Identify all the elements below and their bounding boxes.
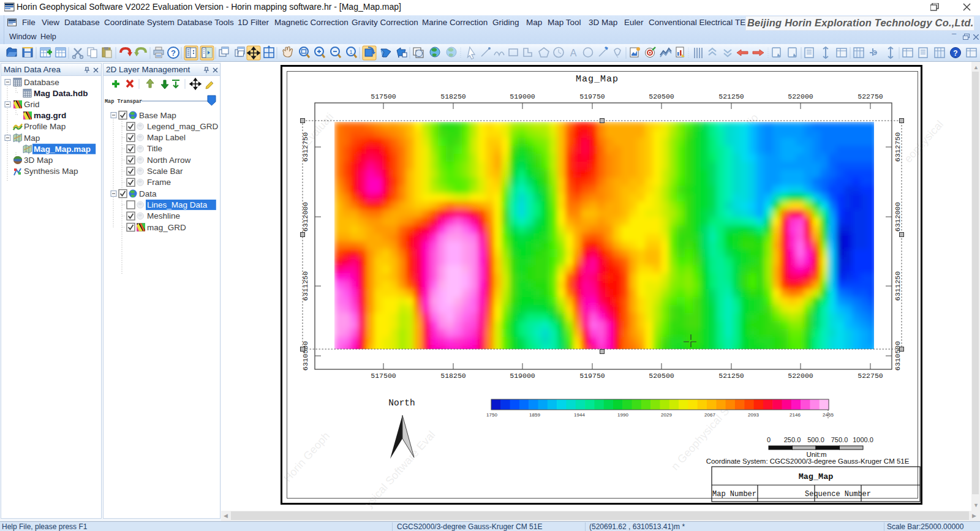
svg-text:6311250: 6311250: [894, 271, 902, 301]
svg-text:Title: Title: [147, 144, 162, 153]
svg-text:Map: Map: [24, 134, 40, 143]
svg-text:Mag_Map: Mag_Map: [799, 472, 834, 481]
svg-text:Frame: Frame: [147, 178, 171, 187]
svg-text:North Arrow: North Arrow: [147, 156, 191, 165]
svg-text:Meshline: Meshline: [147, 211, 180, 220]
svg-text:Sequence Number: Sequence Number: [805, 490, 871, 499]
svg-text:Synthesis Map: Synthesis Map: [24, 167, 78, 176]
svg-text:Scale Bar: Scale Bar: [147, 167, 183, 176]
svg-text:521250: 521250: [718, 92, 744, 100]
svg-text:2146: 2146: [790, 412, 801, 418]
svg-text:1000.0: 1000.0: [853, 436, 873, 443]
svg-text:519750: 519750: [579, 92, 605, 100]
svg-text:0: 0: [767, 436, 771, 443]
svg-text:mag_GRD: mag_GRD: [147, 223, 186, 232]
svg-text:522750: 522750: [858, 372, 883, 380]
svg-text:Mag Data.hdb: Mag Data.hdb: [34, 89, 88, 98]
svg-text:522000: 522000: [788, 372, 813, 380]
svg-text:6310500: 6310500: [301, 341, 309, 371]
svg-text:520500: 520500: [649, 372, 674, 380]
svg-text:517500: 517500: [371, 372, 396, 380]
svg-text:1750: 1750: [486, 412, 497, 418]
svg-text:Database: Database: [24, 78, 59, 87]
svg-text:?: ?: [953, 49, 957, 58]
svg-text:1859: 1859: [529, 412, 540, 418]
svg-text:1: 1: [349, 49, 352, 55]
svg-text:519000: 519000: [510, 372, 535, 380]
svg-text:520500: 520500: [649, 92, 674, 100]
svg-text:mag.grd: mag.grd: [34, 111, 66, 120]
svg-text:6312000: 6312000: [894, 202, 902, 232]
svg-text:Base Map: Base Map: [139, 111, 176, 120]
svg-text:Profile Map: Profile Map: [24, 122, 66, 131]
svg-text:Map Number: Map Number: [712, 490, 756, 499]
svg-text:518250: 518250: [440, 92, 466, 100]
svg-text:2067: 2067: [704, 412, 715, 418]
svg-text:6310500: 6310500: [894, 341, 902, 371]
svg-text:Mag_Map.map: Mag_Map.map: [34, 145, 91, 154]
svg-text:2093: 2093: [748, 412, 759, 418]
svg-text:A: A: [570, 48, 577, 58]
svg-text:522750: 522750: [858, 92, 883, 100]
svg-text:?: ?: [171, 48, 176, 58]
svg-text:Grid: Grid: [24, 100, 40, 109]
svg-text:Lines_Mag Data: Lines_Mag Data: [147, 200, 208, 209]
svg-text:1944: 1944: [574, 412, 585, 418]
svg-text:521250: 521250: [718, 372, 744, 380]
svg-text:500.0: 500.0: [807, 436, 824, 443]
svg-text:Data: Data: [139, 189, 157, 198]
svg-text:750.0: 750.0: [831, 436, 848, 443]
svg-text:3D Map: 3D Map: [24, 156, 53, 165]
svg-text:519000: 519000: [510, 92, 535, 100]
svg-text:Map Label: Map Label: [147, 133, 186, 142]
svg-text:519750: 519750: [579, 372, 605, 380]
svg-text:Map Transpar: Map Transpar: [105, 99, 142, 105]
svg-text:518250: 518250: [440, 372, 466, 380]
svg-text:Legend_mag_GRD: Legend_mag_GRD: [147, 122, 219, 131]
svg-text:2029: 2029: [661, 412, 672, 418]
svg-text:250.0: 250.0: [784, 436, 801, 443]
svg-text:517500: 517500: [371, 92, 396, 100]
svg-text:6312750: 6312750: [894, 132, 902, 162]
svg-text:522000: 522000: [788, 92, 813, 100]
svg-text:1990: 1990: [617, 412, 628, 418]
